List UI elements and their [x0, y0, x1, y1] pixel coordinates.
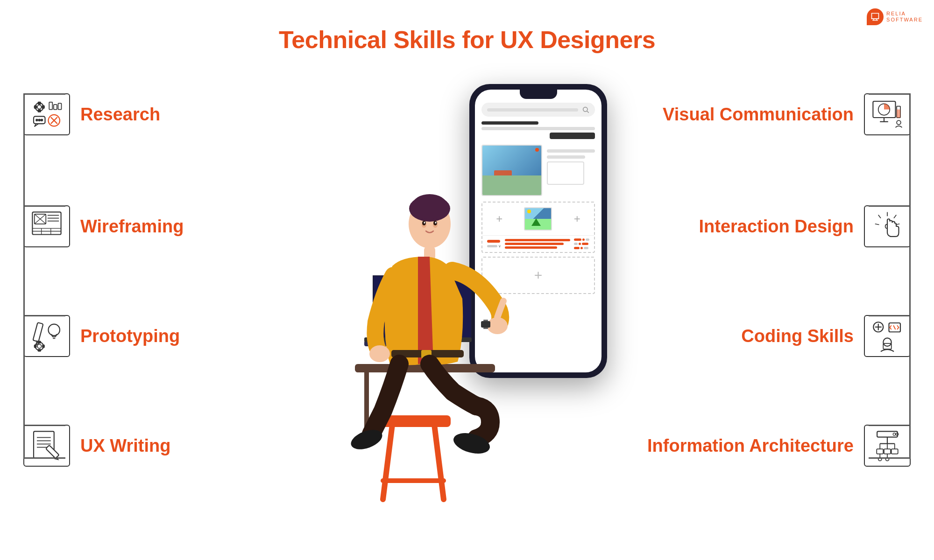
svg-rect-48	[897, 110, 900, 118]
svg-point-60	[883, 338, 892, 346]
svg-point-49	[897, 120, 901, 125]
prototyping-icon	[23, 315, 70, 357]
svg-rect-42	[46, 445, 59, 458]
visual-communication-label: Visual Communication	[663, 105, 854, 125]
information-architecture-label: Information Architecture	[647, 436, 854, 456]
svg-point-32	[37, 344, 42, 349]
skill-prototyping: Prototyping	[23, 315, 180, 357]
skill-visual-communication: Visual Communication	[663, 93, 911, 135]
svg-point-12	[41, 119, 43, 121]
coding-skills-icon	[864, 315, 911, 357]
left-h-bottom	[23, 457, 65, 459]
right-h-line-2	[869, 205, 911, 207]
center-illustration: + +	[318, 61, 616, 513]
svg-point-1	[37, 105, 42, 109]
interaction-design-icon	[864, 205, 911, 247]
svg-rect-62	[877, 431, 898, 437]
svg-point-10	[36, 119, 38, 121]
svg-rect-35	[35, 345, 36, 347]
svg-rect-27	[33, 322, 43, 342]
svg-point-77	[583, 107, 587, 112]
svg-rect-70	[877, 449, 883, 454]
svg-point-96	[424, 222, 425, 224]
wireframing-label: Wireframing	[80, 217, 184, 237]
research-icon	[23, 93, 70, 135]
svg-point-11	[39, 119, 41, 121]
svg-rect-36	[42, 345, 44, 347]
person-illustration	[318, 163, 514, 513]
skill-research: Research	[23, 93, 160, 135]
svg-rect-34	[38, 350, 41, 351]
right-h-line-4	[869, 425, 911, 426]
svg-rect-6	[49, 102, 52, 110]
logo-subtitle: SOFTWARE	[886, 17, 923, 23]
svg-rect-107	[483, 328, 488, 329]
svg-line-78	[587, 111, 589, 113]
logo-icon	[867, 8, 884, 25]
svg-line-53	[878, 215, 881, 218]
skill-ux-writing: UX Writing	[23, 425, 171, 467]
research-label: Research	[80, 105, 160, 125]
svg-point-102	[369, 345, 390, 362]
svg-rect-106	[483, 320, 488, 321]
ux-writing-label: UX Writing	[80, 436, 171, 456]
svg-line-54	[875, 224, 879, 225]
svg-rect-72	[892, 449, 898, 454]
svg-point-91	[413, 194, 446, 215]
phone-search-bar	[481, 103, 595, 117]
information-architecture-icon	[864, 425, 911, 467]
right-vertical-line	[909, 93, 911, 457]
phone-notch	[520, 90, 557, 99]
right-h-line-3	[869, 315, 911, 316]
skill-information-architecture: Information Architecture	[647, 425, 911, 467]
left-h-line-1	[23, 93, 65, 95]
svg-rect-2	[38, 102, 41, 104]
svg-rect-105	[481, 321, 490, 328]
logo: RELIA SOFTWARE	[867, 8, 923, 25]
skill-interaction-design: Interaction Design	[699, 205, 911, 247]
svg-line-51	[894, 215, 896, 218]
svg-point-63	[893, 433, 895, 435]
wireframing-icon	[23, 205, 70, 247]
prototyping-label: Prototyping	[80, 326, 180, 346]
skill-coding: Coding Skills	[741, 315, 911, 357]
svg-line-80	[434, 425, 444, 499]
left-h-line-3	[23, 315, 65, 316]
svg-line-79	[383, 425, 392, 499]
visual-communication-icon	[864, 93, 911, 135]
logo-name: RELIA	[886, 11, 923, 17]
svg-rect-7	[54, 105, 57, 110]
svg-point-28	[49, 324, 60, 336]
interaction-design-label: Interaction Design	[699, 217, 854, 237]
right-h-line-1	[869, 93, 911, 95]
svg-rect-3	[38, 110, 41, 112]
svg-rect-71	[884, 449, 891, 454]
coding-skills-label: Coding Skills	[741, 326, 854, 346]
svg-rect-4	[35, 106, 36, 108]
left-vertical-line	[23, 93, 25, 457]
phone-nav	[481, 121, 595, 139]
skill-wireframing: Wireframing	[23, 205, 184, 247]
svg-rect-5	[42, 106, 44, 108]
left-h-line-4	[23, 425, 65, 426]
right-h-bottom	[869, 457, 911, 459]
svg-point-97	[435, 222, 437, 224]
svg-rect-8	[58, 103, 62, 109]
ux-writing-icon	[23, 425, 70, 467]
phone-text-lines	[547, 145, 595, 196]
svg-line-59	[893, 325, 895, 329]
svg-rect-33	[38, 341, 41, 343]
page-title: Technical Skills for UX Designers	[279, 26, 655, 54]
left-h-line-2	[23, 205, 65, 207]
